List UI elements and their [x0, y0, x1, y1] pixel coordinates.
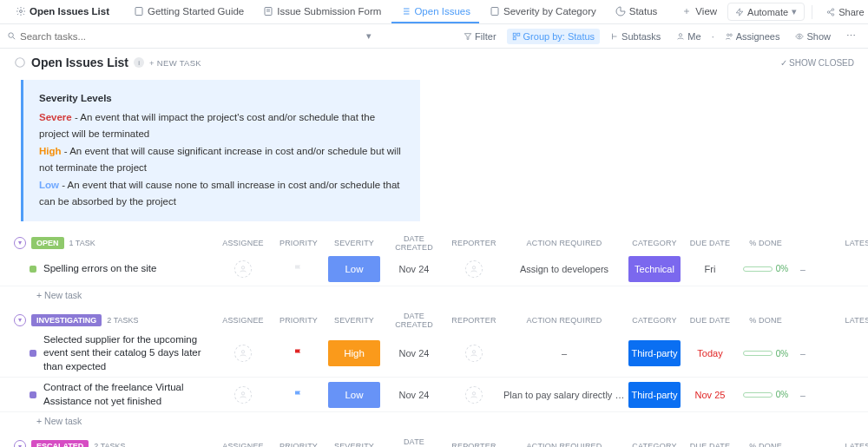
task-name[interactable]: Spelling errors on the site — [43, 262, 156, 276]
pct-done-cell[interactable]: 0% — [740, 390, 792, 399]
task-name[interactable]: Selected supplier for the upcoming event… — [43, 333, 214, 374]
subtasks-button[interactable]: Subtasks — [605, 29, 666, 44]
collapse-icon[interactable]: ▾ — [14, 237, 26, 249]
svg-point-30 — [730, 34, 733, 36]
assignee-slot[interactable] — [217, 260, 269, 278]
col-header-due_date[interactable]: DUE DATE — [684, 316, 736, 325]
tab-status[interactable]: Status — [607, 0, 667, 23]
due-date-cell[interactable]: Today — [684, 348, 736, 358]
latest-comment-cell: – — [795, 390, 868, 400]
svg-point-0 — [20, 10, 23, 12]
action-required-cell: Assign to developers — [503, 264, 625, 274]
col-header-action_required[interactable]: ACTION REQUIRED — [503, 239, 625, 247]
svg-line-18 — [830, 10, 832, 11]
reporter-slot[interactable] — [448, 386, 500, 404]
col-header-severity[interactable]: SEVERITY — [328, 442, 380, 447]
svg-line-21 — [13, 37, 15, 39]
tab-getting-started-guide[interactable]: Getting Started Guide — [125, 0, 253, 23]
tab-severity-by-category[interactable]: Severity by Category — [481, 0, 605, 23]
col-header-due_date[interactable]: DUE DATE — [684, 442, 736, 447]
severity-alert: Severity Levels Severe - An event that w… — [21, 80, 420, 221]
task-name[interactable]: Contract of the freelance Virtual Assist… — [43, 381, 214, 408]
reporter-slot[interactable] — [448, 260, 500, 278]
col-header-date_created[interactable]: DATE CREATED — [384, 312, 444, 329]
col-header-assignee[interactable]: ASSIGNEE — [217, 442, 269, 447]
due-date-cell[interactable]: Fri — [684, 264, 736, 274]
tab-issue-submission-form[interactable]: Issue Submission Form — [254, 0, 390, 23]
severity-cell[interactable]: Low — [328, 382, 380, 408]
new-task-button[interactable]: + New task — [0, 412, 868, 431]
tab-view[interactable]: View — [673, 0, 726, 23]
status-chip[interactable]: INVESTIGATING — [31, 314, 102, 326]
show-closed-button[interactable]: ✓SHOW CLOSED — [780, 58, 854, 68]
latest-comment-cell: – — [795, 264, 868, 274]
col-header-action_required[interactable]: ACTION REQUIRED — [503, 442, 625, 447]
priority-cell[interactable] — [273, 390, 325, 400]
show-button[interactable]: Show — [790, 29, 836, 44]
col-header-severity[interactable]: SEVERITY — [328, 316, 380, 325]
priority-cell[interactable] — [273, 264, 325, 274]
collapse-icon[interactable]: ▾ — [14, 314, 26, 326]
priority-cell[interactable] — [273, 348, 325, 358]
col-header-assignee[interactable]: ASSIGNEE — [217, 239, 269, 247]
status-chip[interactable]: OPEN — [31, 237, 64, 249]
category-cell[interactable]: Third-party — [628, 340, 681, 366]
col-header-priority[interactable]: PRIORITY — [273, 442, 325, 447]
category-cell[interactable]: Technical — [628, 256, 681, 282]
group-by-button[interactable]: Group by: Status — [507, 29, 601, 44]
collapse-icon[interactable]: ▾ — [14, 440, 26, 447]
view-tabs: Open Issues ListGetting Started GuideIss… — [0, 0, 868, 24]
tab-open-issues[interactable]: Open Issues — [391, 0, 479, 23]
svg-rect-1 — [135, 7, 142, 15]
task-row[interactable]: Spelling errors on the siteLowNov 24Assi… — [0, 253, 868, 286]
severity-cell[interactable]: High — [328, 340, 380, 366]
assignees-button[interactable]: Assignees — [720, 29, 786, 44]
chevron-down-icon[interactable]: ▾ — [366, 30, 372, 42]
more-icon[interactable]: ⋯ — [841, 28, 861, 44]
due-date-cell[interactable]: Nov 25 — [684, 390, 736, 400]
automate-button[interactable]: Automate▾ — [727, 3, 805, 21]
col-header-latest_comment[interactable]: LATEST COMMENT — [795, 316, 868, 325]
status-chip[interactable]: ESCALATED — [31, 440, 89, 447]
col-header-action_required[interactable]: ACTION REQUIRED — [503, 316, 625, 325]
col-header-severity[interactable]: SEVERITY — [328, 239, 380, 247]
col-header-reporter[interactable]: REPORTER — [448, 442, 500, 447]
me-button[interactable]: Me — [671, 29, 706, 44]
col-header-date_created[interactable]: DATE CREATED — [384, 437, 444, 447]
title-row: Open Issues List i + NEW TASK ✓SHOW CLOS… — [0, 49, 868, 76]
new-task-button[interactable]: + New task — [0, 286, 868, 306]
col-header-latest_comment[interactable]: LATEST COMMENT — [795, 239, 868, 247]
tab-open-issues-list[interactable]: Open Issues List — [7, 0, 118, 23]
col-header-reporter[interactable]: REPORTER — [448, 239, 500, 247]
col-header-assignee[interactable]: ASSIGNEE — [217, 316, 269, 325]
search-input[interactable] — [20, 31, 124, 42]
col-header-category[interactable]: CATEGORY — [628, 442, 681, 447]
col-header-pct_done[interactable]: % DONE — [740, 239, 792, 247]
col-header-pct_done[interactable]: % DONE — [740, 316, 792, 325]
pct-done-cell[interactable]: 0% — [740, 264, 792, 273]
filter-button[interactable]: Filter — [458, 29, 501, 44]
reporter-slot[interactable] — [448, 345, 500, 362]
col-header-due_date[interactable]: DUE DATE — [684, 239, 736, 247]
col-header-priority[interactable]: PRIORITY — [273, 316, 325, 325]
info-icon[interactable]: i — [134, 57, 144, 68]
assignee-slot[interactable] — [217, 345, 269, 362]
col-header-priority[interactable]: PRIORITY — [273, 239, 325, 247]
col-header-date_created[interactable]: DATE CREATED — [384, 234, 444, 252]
task-row[interactable]: Selected supplier for the upcoming event… — [0, 330, 868, 378]
col-header-category[interactable]: CATEGORY — [628, 316, 681, 325]
task-row[interactable]: Contract of the freelance Virtual Assist… — [0, 378, 868, 412]
col-header-reporter[interactable]: REPORTER — [448, 316, 500, 325]
assignee-slot[interactable] — [217, 386, 269, 404]
severity-cell[interactable]: Low — [328, 256, 380, 282]
group-header: ▾INVESTIGATING2 TASKSASSIGNEEPRIORITYSEV… — [0, 311, 868, 330]
person-icon — [234, 260, 252, 278]
new-task-button[interactable]: + NEW TASK — [149, 58, 201, 68]
col-header-latest_comment[interactable]: LATEST COMMENT — [795, 442, 868, 447]
col-header-pct_done[interactable]: % DONE — [740, 442, 792, 447]
category-cell[interactable]: Third-party — [628, 382, 681, 408]
share-button[interactable]: Share — [819, 4, 868, 20]
col-header-category[interactable]: CATEGORY — [628, 239, 681, 247]
pct-done-cell[interactable]: 0% — [740, 349, 792, 358]
svg-point-17 — [832, 13, 834, 16]
